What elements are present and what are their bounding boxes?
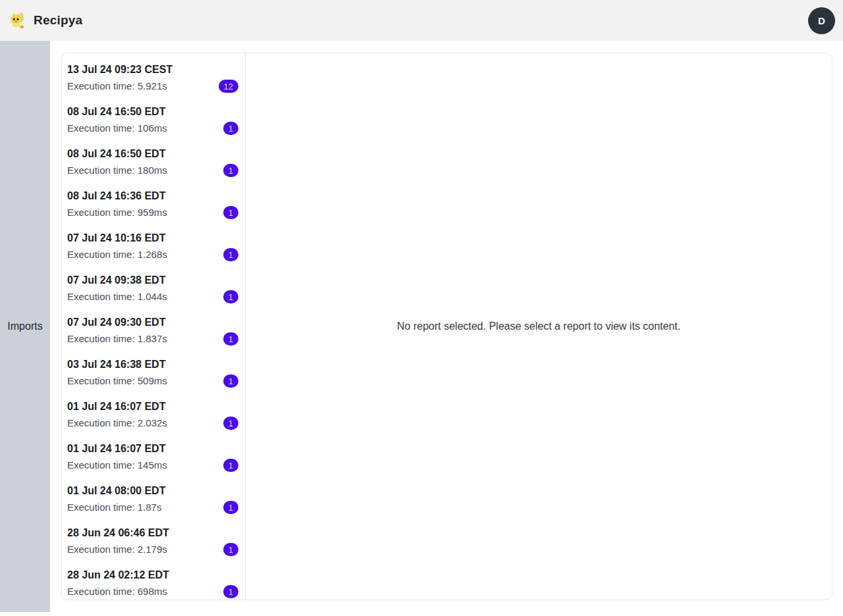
report-subrow: Execution time: 5.921s 12	[67, 79, 240, 93]
report-subrow: Execution time: 180ms 1	[67, 163, 240, 178]
main-area: 13 Jul 24 09:23 CEST Execution time: 5.9…	[50, 41, 843, 612]
report-list-item[interactable]: 03 Jul 24 16:38 EDT Execution time: 509m…	[62, 352, 245, 394]
report-list-item[interactable]: 07 Jul 24 10:16 EDT Execution time: 1.26…	[62, 226, 245, 268]
report-date: 13 Jul 24 09:23 CEST	[67, 62, 240, 78]
report-date: 08 Jul 24 16:36 EDT	[67, 188, 240, 204]
report-date: 08 Jul 24 16:50 EDT	[67, 146, 240, 162]
report-count-badge: 1	[223, 374, 238, 388]
report-subrow: Execution time: 959ms 1	[67, 205, 240, 220]
report-detail-pane: No report selected. Please select a repo…	[246, 53, 832, 600]
report-count-badge: 1	[223, 543, 238, 556]
report-date: 07 Jul 24 09:38 EDT	[67, 272, 240, 288]
report-list-item[interactable]: 01 Jul 24 08:00 EDT Execution time: 1.87…	[62, 478, 245, 521]
report-subrow: Execution time: 2.032s 1	[67, 416, 240, 430]
report-list-item[interactable]: 08 Jul 24 16:50 EDT Execution time: 106m…	[62, 99, 245, 141]
report-subrow: Execution time: 1.87s 1	[67, 500, 240, 515]
report-list[interactable]: 13 Jul 24 09:23 CEST Execution time: 5.9…	[62, 53, 246, 600]
brand-home-link[interactable]: Recipya	[8, 11, 82, 30]
report-execution-time: Execution time: 698ms	[67, 584, 167, 599]
empty-state-message: No report selected. Please select a repo…	[397, 321, 680, 332]
report-execution-time: Execution time: 5.921s	[67, 79, 167, 93]
report-list-item[interactable]: 28 Jun 24 02:12 EDT Execution time: 698m…	[62, 563, 245, 600]
report-date: 28 Jun 24 06:46 EDT	[67, 525, 240, 541]
report-date: 01 Jul 24 08:00 EDT	[67, 483, 240, 499]
user-avatar[interactable]: D	[808, 7, 835, 34]
report-execution-time: Execution time: 1.044s	[67, 290, 167, 304]
report-execution-time: Execution time: 180ms	[67, 163, 167, 178]
report-date: 28 Jun 24 02:12 EDT	[67, 567, 240, 583]
recipya-logo-icon	[8, 11, 28, 30]
report-subrow: Execution time: 1.268s 1	[67, 247, 240, 262]
report-subrow: Execution time: 145ms 1	[67, 458, 240, 473]
report-execution-time: Execution time: 509ms	[67, 374, 167, 388]
report-execution-time: Execution time: 2.179s	[67, 542, 167, 557]
report-count-badge: 12	[219, 80, 238, 93]
report-execution-time: Execution time: 106ms	[67, 121, 167, 136]
report-date: 01 Jul 24 16:07 EDT	[67, 441, 240, 457]
report-execution-time: Execution time: 1.837s	[67, 332, 167, 346]
report-date: 07 Jul 24 09:30 EDT	[67, 315, 240, 330]
report-count-badge: 1	[223, 206, 238, 219]
report-count-badge: 1	[223, 459, 238, 472]
report-count-badge: 1	[223, 585, 238, 598]
report-date: 07 Jul 24 10:16 EDT	[67, 230, 240, 246]
report-execution-time: Execution time: 1.87s	[67, 500, 161, 515]
report-count-badge: 1	[223, 417, 238, 430]
report-subrow: Execution time: 1.044s 1	[67, 290, 240, 304]
report-execution-time: Execution time: 1.268s	[67, 247, 167, 262]
report-subrow: Execution time: 2.179s 1	[67, 542, 240, 557]
report-count-badge: 1	[223, 248, 238, 261]
report-list-item[interactable]: 08 Jul 24 16:36 EDT Execution time: 959m…	[62, 184, 245, 226]
report-date: 01 Jul 24 16:07 EDT	[67, 399, 240, 415]
sidebar: Imports	[0, 41, 50, 612]
report-list-item[interactable]: 13 Jul 24 09:23 CEST Execution time: 5.9…	[62, 57, 245, 99]
report-count-badge: 1	[223, 501, 238, 514]
report-subrow: Execution time: 698ms 1	[67, 584, 240, 599]
report-execution-time: Execution time: 145ms	[67, 458, 167, 473]
report-count-badge: 1	[223, 332, 238, 346]
app-header: Recipya D	[0, 0, 843, 41]
report-count-badge: 1	[223, 122, 238, 135]
report-list-item[interactable]: 01 Jul 24 16:07 EDT Execution time: 2.03…	[62, 394, 245, 436]
report-list-item[interactable]: 07 Jul 24 09:38 EDT Execution time: 1.04…	[62, 268, 245, 310]
report-execution-time: Execution time: 959ms	[67, 205, 167, 220]
report-subrow: Execution time: 1.837s 1	[67, 332, 240, 346]
content-row: Imports 13 Jul 24 09:23 CEST Execution t…	[0, 41, 843, 612]
report-subrow: Execution time: 509ms 1	[67, 374, 240, 388]
sidebar-item-imports[interactable]: Imports	[5, 311, 45, 342]
report-list-item[interactable]: 08 Jul 24 16:50 EDT Execution time: 180m…	[62, 141, 245, 184]
app-title: Recipya	[34, 13, 82, 28]
report-date: 08 Jul 24 16:50 EDT	[67, 104, 240, 120]
report-count-badge: 1	[223, 290, 238, 303]
report-count-badge: 1	[223, 164, 238, 177]
report-list-item[interactable]: 28 Jun 24 06:46 EDT Execution time: 2.17…	[62, 521, 245, 563]
reports-card: 13 Jul 24 09:23 CEST Execution time: 5.9…	[61, 53, 832, 600]
report-list-item[interactable]: 07 Jul 24 09:30 EDT Execution time: 1.83…	[62, 310, 245, 352]
report-subrow: Execution time: 106ms 1	[67, 121, 240, 136]
report-list-item[interactable]: 01 Jul 24 16:07 EDT Execution time: 145m…	[62, 436, 245, 478]
report-execution-time: Execution time: 2.032s	[67, 416, 167, 430]
report-date: 03 Jul 24 16:38 EDT	[67, 357, 240, 372]
